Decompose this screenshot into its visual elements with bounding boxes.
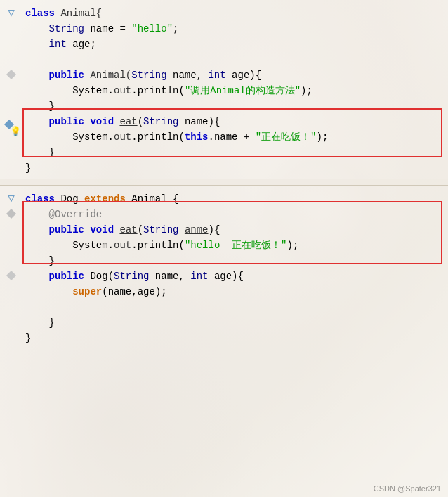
constructor-name: Animal( xyxy=(90,70,131,81)
type-int-d6: int xyxy=(190,271,208,282)
line-2: String name = "hello"; xyxy=(0,21,448,37)
diamond-icon-d2 xyxy=(6,209,16,219)
line-4 xyxy=(0,52,448,67)
code-5: public Animal(String name, int age){ xyxy=(22,67,448,83)
type-string-5: String xyxy=(131,70,166,81)
code-d5: } xyxy=(22,253,448,269)
code-4 xyxy=(22,52,448,67)
kw-public-8: public xyxy=(49,116,91,127)
arrow-down-icon: ▽ xyxy=(8,6,15,20)
line-d5: } xyxy=(0,253,448,269)
out-d4: out xyxy=(114,240,131,251)
line-d6: public Dog(String name, int age){ xyxy=(0,269,448,284)
kw-void-d3: void xyxy=(90,224,119,235)
section-separator xyxy=(0,179,448,186)
gutter-d1: ▽ xyxy=(0,191,22,205)
code-d6: public Dog(String name, int age){ xyxy=(22,269,448,284)
kw-extends: extends xyxy=(84,193,131,205)
line-d3: public void eat(String anme){ xyxy=(0,222,448,238)
line-d4: System.out.println("hello 正在吃饭！"); xyxy=(0,238,448,253)
param-anme: anme xyxy=(185,224,209,235)
annotation-override: @Override xyxy=(49,209,103,220)
code-d3: public void eat(String anme){ xyxy=(22,222,448,238)
gutter-5 xyxy=(0,71,22,78)
line-d10: } xyxy=(0,330,448,346)
type-int-5: int xyxy=(208,70,225,81)
dog-class-block: ▽ class Dog extends Animal { @Override p… xyxy=(0,186,448,349)
line-1: ▽ class Animal{ xyxy=(0,6,448,21)
kw-super: super xyxy=(72,286,102,297)
line-3: int age; xyxy=(0,37,448,52)
code-d1: class Dog extends Animal { xyxy=(22,191,448,207)
str-hello: "hello" xyxy=(131,23,173,34)
method-eat: eat xyxy=(119,116,137,127)
diamond-icon-d6 xyxy=(6,271,16,280)
code-7: } xyxy=(22,98,448,114)
code-editor: ▽ class Animal{ String name = "hello"; i… xyxy=(0,0,448,497)
kw-public-5: public xyxy=(49,70,91,81)
code-9: System.out.println(this.name + "正在吃饭！"); xyxy=(22,129,448,145)
code-d8 xyxy=(22,299,448,315)
out-6: out xyxy=(114,85,131,96)
code-10: } xyxy=(22,145,448,160)
code-d7: super(name,age); xyxy=(22,284,448,299)
line-d9: } xyxy=(0,315,448,330)
str-close-d4: " xyxy=(281,240,286,251)
line-8: 💡 public void eat(String name){ xyxy=(0,114,448,129)
gutter-d2 xyxy=(0,210,22,217)
code-11: } xyxy=(22,160,448,176)
type-string: String xyxy=(49,23,84,34)
code-d2: @Override xyxy=(22,207,448,222)
str-cn-9: "正在吃饭！" xyxy=(256,131,317,143)
kw-public-d3: public xyxy=(49,224,91,235)
line-10: } xyxy=(0,145,448,160)
line-9: System.out.println(this.name + "正在吃饭！"); xyxy=(0,129,448,145)
line-d8 xyxy=(0,299,448,315)
type-string-8: String xyxy=(143,116,178,127)
line-5: public Animal(String name, int age){ xyxy=(0,67,448,83)
line-7: } xyxy=(0,98,448,114)
code-1: class Animal{ xyxy=(22,6,448,21)
code-6: System.out.println("调用Animal的构造方法"); xyxy=(22,83,448,98)
kw-public-d6: public xyxy=(49,271,91,282)
type-int: int xyxy=(49,39,67,50)
out-9: out xyxy=(114,131,131,143)
type-string-d6: String xyxy=(114,271,149,282)
watermark: CSDN @Später321 xyxy=(374,484,441,493)
classname-animal: Animal{ xyxy=(60,8,102,19)
line-d1: ▽ class Dog extends Animal { xyxy=(0,191,448,207)
code-8: public void eat(String name){ xyxy=(22,114,448,129)
gutter-d6 xyxy=(0,272,22,279)
str-cn-6: "调用Animal的构造方法" xyxy=(185,85,301,96)
code-d4: System.out.println("hello 正在吃饭！"); xyxy=(22,238,448,253)
line-d7: super(name,age); xyxy=(0,284,448,299)
kw-this: this xyxy=(185,131,209,143)
str-cn-d4: 正在吃饭！ xyxy=(226,240,281,251)
gutter-1: ▽ xyxy=(0,6,22,20)
arrow-down-icon-d: ▽ xyxy=(8,191,15,205)
code-d9: } xyxy=(22,315,448,330)
diamond-icon-5 xyxy=(6,70,16,79)
code-d10: } xyxy=(22,330,448,346)
animal-class-block: ▽ class Animal{ String name = "hello"; i… xyxy=(0,0,448,179)
code-2: String name = "hello"; xyxy=(22,21,448,37)
kw-void-8: void xyxy=(90,116,119,127)
line-6: System.out.println("调用Animal的构造方法"); xyxy=(0,83,448,98)
kw-class-d: class xyxy=(25,193,60,205)
code-3: int age; xyxy=(22,37,448,52)
keyword-class: class xyxy=(25,8,60,19)
method-eat-d: eat xyxy=(119,224,137,235)
line-11: } xyxy=(0,160,448,176)
str-hello-d4: "hello xyxy=(185,240,226,251)
line-d2: @Override xyxy=(0,207,448,222)
type-string-d3: String xyxy=(143,224,178,235)
